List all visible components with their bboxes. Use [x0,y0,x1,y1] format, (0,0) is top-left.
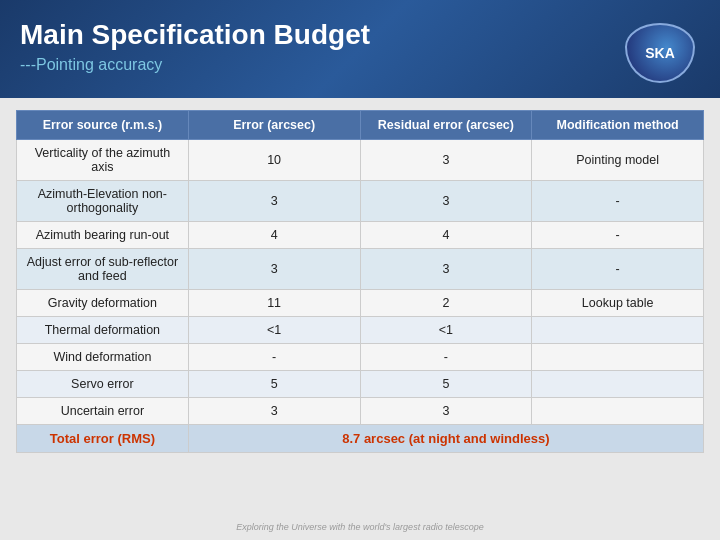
cell-source: Servo error [17,371,189,398]
cell-residual: 3 [360,398,532,425]
page-subtitle: ---Pointing accuracy [20,56,620,74]
ska-logo [625,23,695,83]
table-row: Thermal deformation<1<1 [17,317,704,344]
cell-source: Azimuth bearing run-out [17,222,189,249]
logo-area [620,18,700,88]
table-row: Uncertain error33 [17,398,704,425]
cell-error: 10 [188,140,360,181]
cell-source: Uncertain error [17,398,189,425]
cell-residual: <1 [360,317,532,344]
specification-table: Error source (r.m.s.) Error (arcsec) Res… [16,110,704,453]
cell-residual: 3 [360,181,532,222]
cell-error: 5 [188,371,360,398]
col-header-source: Error source (r.m.s.) [17,111,189,140]
table-row: Servo error55 [17,371,704,398]
cell-method: - [532,181,704,222]
total-value: 8.7 arcsec (at night and windless) [188,425,703,453]
table-container: Error source (r.m.s.) Error (arcsec) Res… [16,110,704,518]
header-text: Main Specification Budget ---Pointing ac… [20,18,620,74]
cell-method [532,317,704,344]
cell-method [532,371,704,398]
table-row: Gravity deformation112Lookup table [17,290,704,317]
cell-error: 3 [188,249,360,290]
cell-error: 3 [188,181,360,222]
cell-error: <1 [188,317,360,344]
page-title: Main Specification Budget [20,18,620,52]
cell-error: - [188,344,360,371]
col-header-residual: Residual error (arcsec) [360,111,532,140]
cell-source: Gravity deformation [17,290,189,317]
table-row: Wind deformation-- [17,344,704,371]
col-header-method: Modification method [532,111,704,140]
cell-source: Adjust error of sub-reflector and feed [17,249,189,290]
cell-source: Azimuth-Elevation non-orthogonality [17,181,189,222]
cell-method: - [532,222,704,249]
cell-source: Thermal deformation [17,317,189,344]
content-area: Error source (r.m.s.) Error (arcsec) Res… [0,98,720,540]
cell-residual: - [360,344,532,371]
cell-source: Wind deformation [17,344,189,371]
cell-residual: 4 [360,222,532,249]
header: Main Specification Budget ---Pointing ac… [0,0,720,98]
cell-method: Lookup table [532,290,704,317]
cell-method [532,398,704,425]
cell-residual: 2 [360,290,532,317]
table-row: Adjust error of sub-reflector and feed33… [17,249,704,290]
cell-residual: 3 [360,249,532,290]
cell-residual: 3 [360,140,532,181]
table-row: Total error (RMS)8.7 arcsec (at night an… [17,425,704,453]
table-row: Azimuth bearing run-out44- [17,222,704,249]
col-header-error: Error (arcsec) [188,111,360,140]
table-row: Verticality of the azimuth axis103Pointi… [17,140,704,181]
cell-method: - [532,249,704,290]
total-label: Total error (RMS) [17,425,189,453]
cell-method [532,344,704,371]
cell-error: 4 [188,222,360,249]
cell-method: Pointing model [532,140,704,181]
footer-text: Exploring the Universe with the world's … [16,522,704,532]
table-header-row: Error source (r.m.s.) Error (arcsec) Res… [17,111,704,140]
cell-source: Verticality of the azimuth axis [17,140,189,181]
table-row: Azimuth-Elevation non-orthogonality33- [17,181,704,222]
cell-error: 3 [188,398,360,425]
slide: Main Specification Budget ---Pointing ac… [0,0,720,540]
cell-error: 11 [188,290,360,317]
cell-residual: 5 [360,371,532,398]
